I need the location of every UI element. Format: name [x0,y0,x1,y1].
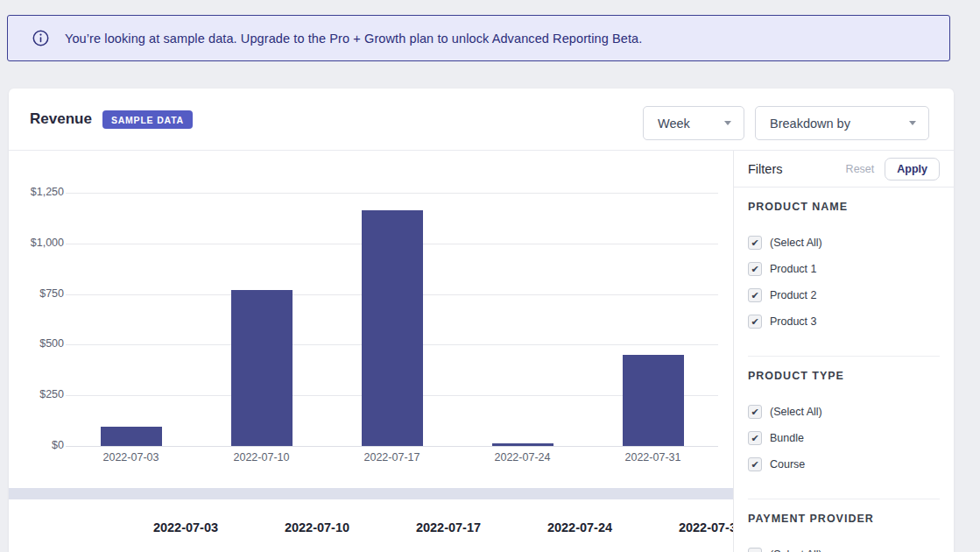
gridline [66,193,718,194]
bar-2022-07-31[interactable] [623,355,684,446]
revenue-bar-chart: $0$250$500$750$1,000$1,2502022-07-032022… [9,151,733,475]
checkbox-icon[interactable]: ✔ [748,236,762,250]
filter-option[interactable]: ✔(Select All) [748,236,940,250]
filter-section-heading: PRODUCT NAME [748,201,940,213]
checkbox-icon[interactable]: ✔ [748,288,762,302]
filter-option[interactable]: ✔Product 3 [748,315,940,329]
filters-header: Filters Reset Apply [734,151,954,188]
chevron-down-icon [724,121,731,125]
filter-option[interactable]: ✔Bundle [748,431,940,445]
x-tick-label: 2022-07-03 [66,451,196,464]
apply-button[interactable]: Apply [885,158,940,180]
filter-option-label: (Select All) [770,406,822,418]
bar-2022-07-10[interactable] [231,290,293,446]
checkbox-icon[interactable]: ✔ [748,405,762,419]
gridline [66,446,718,447]
banner-message: You’re looking at sample data. Upgrade t… [65,32,642,46]
interval-select-value: Week [658,117,724,131]
filter-option-label: Course [770,458,805,471]
sample-data-banner: You’re looking at sample data. Upgrade t… [7,15,950,61]
filter-option[interactable]: ✔Course [748,457,940,471]
y-tick-label: $1,000 [16,237,64,249]
reset-button[interactable]: Reset [846,163,875,175]
revenue-card: Revenue SAMPLE DATA Week Breakdown by $0… [9,88,954,552]
x-tick-label: 2022-07-17 [327,451,457,464]
filter-option[interactable]: ✔(Select All) [748,405,940,419]
filter-option-label: Bundle [770,432,804,444]
table-column-header: 2022-07-03 [120,520,251,534]
x-tick-label: 2022-07-10 [196,451,327,464]
filters-title: Filters [748,162,846,176]
checkbox-icon[interactable]: ✔ [748,431,762,445]
y-tick-label: $250 [16,388,64,400]
filter-option-label: (Select All) [770,237,822,249]
page-title: Revenue [30,110,92,128]
breakdown-select-value: Breakdown by [770,117,909,131]
checkbox-icon[interactable]: ✔ [748,548,762,552]
breakdown-select[interactable]: Breakdown by [755,106,929,140]
checkbox-icon[interactable]: ✔ [748,457,762,471]
x-tick-label: 2022-07-31 [588,451,718,464]
y-tick-label: $1,250 [16,186,64,198]
chevron-down-icon [909,121,916,125]
filter-section-heading: PAYMENT PROVIDER [748,513,940,525]
y-tick-label: $500 [16,337,64,350]
bar-2022-07-17[interactable] [362,210,423,446]
filters-panel: Filters Reset Apply PRODUCT NAME✔(Select… [733,151,954,552]
filter-section: PRODUCT NAME✔(Select All)✔Product 1✔Prod… [748,201,940,357]
table-column-header: 2022-07-17 [383,520,514,534]
table-header-row: 2022-07-032022-07-102022-07-172022-07-24… [9,507,733,548]
sample-data-badge: SAMPLE DATA [102,110,193,129]
x-tick-label: 2022-07-24 [457,451,588,464]
filter-option-label: Product 1 [770,263,817,275]
y-tick-label: $750 [16,287,64,300]
info-icon [32,30,49,46]
filter-section: PRODUCT TYPE✔(Select All)✔Bundle✔Course [748,370,940,499]
horizontal-scrollbar[interactable] [9,488,733,499]
card-header: Revenue SAMPLE DATA Week Breakdown by [9,88,954,151]
interval-select[interactable]: Week [643,106,744,140]
filter-section: PAYMENT PROVIDER✔(Select All) [748,513,940,552]
filter-option-label: (Select All) [770,548,822,552]
filter-option[interactable]: ✔Product 1 [748,262,940,276]
table-column-header: 2022-07-24 [514,520,645,534]
filter-option-label: Product 2 [770,289,817,301]
filter-option-label: Product 3 [770,315,817,328]
header-controls: Week Breakdown by [643,106,929,140]
bar-2022-07-03[interactable] [101,427,162,446]
y-tick-label: $0 [16,439,64,451]
filter-section-heading: PRODUCT TYPE [748,370,940,382]
table-column-header: 2022-07-31 [645,520,733,534]
checkbox-icon[interactable]: ✔ [748,262,762,276]
filters-body: PRODUCT NAME✔(Select All)✔Product 1✔Prod… [734,201,954,552]
filter-option[interactable]: ✔Product 2 [748,288,940,302]
bar-2022-07-24[interactable] [492,443,553,446]
table-column-header: 2022-07-10 [251,520,383,534]
filter-option[interactable]: ✔(Select All) [748,548,940,552]
checkbox-icon[interactable]: ✔ [748,315,762,329]
